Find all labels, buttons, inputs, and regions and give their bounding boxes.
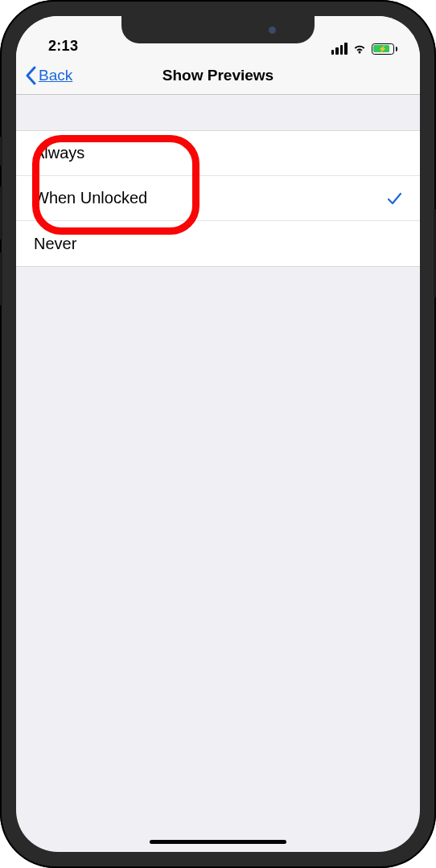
front-camera xyxy=(269,27,276,34)
home-indicator[interactable] xyxy=(150,840,286,844)
wifi-icon xyxy=(352,43,367,55)
volume-down-button xyxy=(0,252,2,305)
battery-icon: ⚡ xyxy=(372,43,398,55)
chevron-left-icon xyxy=(24,64,37,87)
content-area: Always When Unlocked Never xyxy=(16,95,420,267)
section-spacer xyxy=(16,95,420,130)
checkmark-icon xyxy=(386,190,402,207)
option-when-unlocked[interactable]: When Unlocked xyxy=(16,176,420,221)
option-always[interactable]: Always xyxy=(16,131,420,176)
option-label: When Unlocked xyxy=(34,189,147,207)
option-label: Always xyxy=(34,144,84,162)
back-button[interactable]: Back xyxy=(24,56,72,94)
page-title: Show Previews xyxy=(162,67,274,84)
screen: 2:13 ⚡ xyxy=(16,16,420,852)
back-label: Back xyxy=(39,67,72,84)
volume-up-button xyxy=(0,186,2,240)
mute-switch xyxy=(0,137,2,166)
option-never[interactable]: Never xyxy=(16,221,420,266)
navigation-bar: Back Show Previews xyxy=(16,56,420,95)
status-indicators: ⚡ xyxy=(331,43,398,55)
status-time: 2:13 xyxy=(48,38,78,55)
device-frame: 2:13 ⚡ xyxy=(0,0,436,868)
notch xyxy=(121,16,315,43)
option-label: Never xyxy=(34,235,76,253)
options-list: Always When Unlocked Never xyxy=(16,130,420,267)
cellular-signal-icon xyxy=(331,43,348,55)
charging-bolt-icon: ⚡ xyxy=(378,45,387,52)
